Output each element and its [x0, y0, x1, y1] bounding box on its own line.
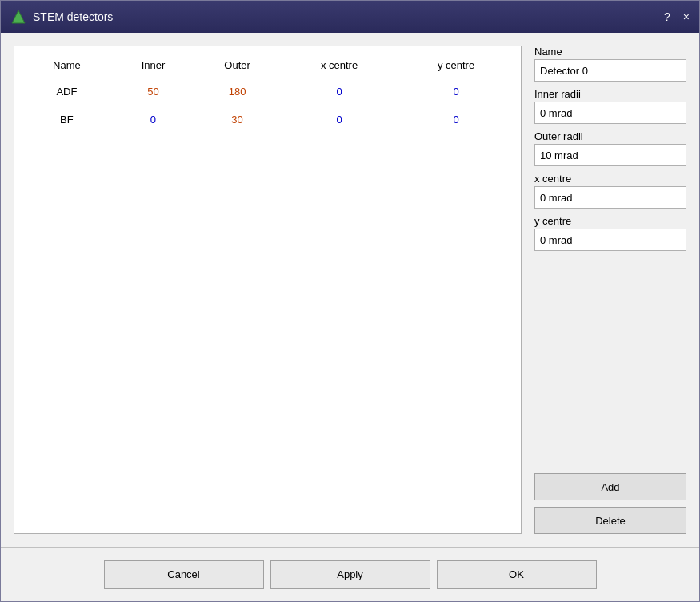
help-button[interactable]: ? [664, 11, 670, 22]
window-title: STEM detectors [33, 10, 113, 23]
outer-radii-input[interactable] [534, 144, 686, 166]
close-button[interactable]: × [683, 11, 690, 22]
row-adf-inner: 50 [113, 78, 194, 106]
y-centre-field-group: y centre [534, 215, 686, 251]
right-panel: Name Inner radii Outer radii x centre y … [534, 46, 686, 534]
inner-radii-label: Inner radii [534, 88, 686, 100]
name-label: Name [534, 46, 686, 58]
name-input[interactable] [534, 59, 686, 82]
col-header-inner: Inner [113, 53, 194, 78]
ok-button[interactable]: OK [437, 560, 597, 589]
apply-button[interactable]: Apply [270, 560, 430, 589]
table-row[interactable]: BF 0 30 0 0 [21, 106, 514, 134]
outer-radii-field-group: Outer radii [534, 130, 686, 166]
x-centre-label: x centre [534, 173, 686, 185]
row-bf-inner: 0 [113, 106, 194, 134]
y-centre-label: y centre [534, 215, 686, 227]
row-adf-outer: 180 [194, 78, 281, 106]
inner-radii-input[interactable] [534, 102, 686, 124]
x-centre-input[interactable] [534, 186, 686, 209]
table-header-row: Name Inner Outer x centre y centre [21, 53, 514, 78]
table-row[interactable]: ADF 50 180 0 0 [21, 78, 514, 106]
row-adf-ycentre: 0 [398, 78, 514, 106]
col-header-outer: Outer [194, 53, 281, 78]
window: STEM detectors ? × Name Inner Outer x ce… [0, 0, 700, 602]
inner-radii-field-group: Inner radii [534, 88, 686, 124]
content-area: Name Inner Outer x centre y centre ADF 5… [1, 33, 699, 547]
title-bar: STEM detectors ? × [1, 1, 699, 33]
col-header-xcentre: x centre [281, 53, 398, 78]
row-adf-xcentre: 0 [281, 78, 398, 106]
row-bf-outer: 30 [194, 106, 281, 134]
left-panel: Name Inner Outer x centre y centre ADF 5… [14, 46, 522, 534]
cancel-button[interactable]: Cancel [104, 560, 264, 589]
right-buttons: Add Delete [534, 473, 686, 534]
name-field-group: Name [534, 46, 686, 82]
row-bf-ycentre: 0 [398, 106, 514, 134]
col-header-name: Name [21, 53, 113, 78]
row-adf-name: ADF [21, 78, 113, 106]
outer-radii-label: Outer radii [534, 130, 686, 142]
bottom-bar: Cancel Apply OK [1, 547, 699, 601]
app-icon [10, 9, 26, 25]
col-header-ycentre: y centre [398, 53, 514, 78]
x-centre-field-group: x centre [534, 173, 686, 209]
svg-marker-0 [12, 10, 25, 23]
y-centre-input[interactable] [534, 229, 686, 251]
row-bf-name: BF [21, 106, 113, 134]
detectors-table: Name Inner Outer x centre y centre ADF 5… [21, 53, 514, 134]
delete-button[interactable]: Delete [534, 507, 686, 534]
add-button[interactable]: Add [534, 473, 686, 500]
row-bf-xcentre: 0 [281, 106, 398, 134]
